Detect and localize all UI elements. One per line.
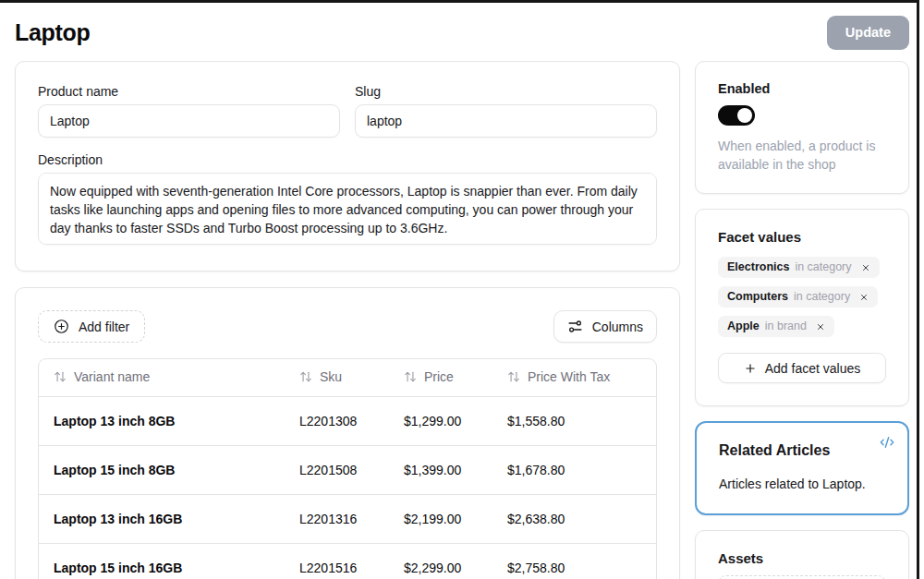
cell-sku: L2201508 [285, 445, 389, 494]
columns-button[interactable]: Columns [553, 310, 657, 343]
header-row: Variant name Sku [39, 359, 656, 396]
col-header-price: Price [389, 359, 492, 396]
page-layout: Product name Slug Description Now equipp… [15, 61, 909, 579]
related-articles-title: Related Articles [719, 442, 885, 459]
facet-chip-qualifier: in category [794, 290, 850, 304]
columns-label: Columns [592, 320, 643, 334]
variants-table: Variant name Sku [39, 359, 656, 579]
remove-facet-icon[interactable] [861, 263, 870, 272]
cell-price-with-tax: $1,678.80 [492, 445, 656, 494]
page-title: Laptop [15, 19, 91, 46]
page-header: Laptop Update [15, 0, 909, 61]
facet-chip-qualifier: in brand [765, 320, 807, 333]
col-label: Sku [320, 369, 342, 384]
cell-sku: L2201516 [285, 543, 389, 579]
product-name-field: Product name [38, 84, 340, 138]
sort-variant-name[interactable]: Variant name [54, 369, 150, 384]
table-row[interactable]: Laptop 13 inch 8GB L2201308 $1,299.00 $1… [39, 396, 656, 445]
facet-chip: Apple in brand [718, 316, 834, 337]
sort-price[interactable]: Price [404, 369, 454, 384]
col-header-sku: Sku [285, 359, 389, 396]
product-form-grid: Product name Slug Description Now equipp… [38, 84, 657, 248]
related-articles-body: Articles related to Laptop. [719, 476, 885, 491]
add-facet-values-button[interactable]: Add facet values [718, 353, 886, 383]
sort-arrows-icon [404, 370, 417, 383]
cell-price: $2,299.00 [389, 543, 492, 579]
enabled-toggle[interactable] [718, 105, 755, 126]
cell-price: $1,399.00 [389, 445, 492, 494]
assets-dropzone[interactable] [718, 575, 886, 579]
plus-icon [744, 362, 757, 375]
toggle-knob [737, 108, 752, 123]
remove-facet-icon[interactable] [816, 322, 825, 332]
facet-chip: Electronics in category [718, 257, 880, 278]
code-icon[interactable] [880, 435, 894, 450]
add-filter-button[interactable]: Add filter [38, 310, 145, 343]
product-name-input[interactable] [38, 104, 340, 138]
product-form-card: Product name Slug Description Now equipp… [15, 61, 680, 271]
cell-variant-name: Laptop 13 inch 8GB [39, 396, 285, 445]
assets-title: Assets [718, 550, 886, 566]
col-header-price-with-tax: Price With Tax [492, 359, 656, 396]
column-settings-icon [567, 319, 583, 334]
table-row[interactable]: Laptop 15 inch 16GB L2201516 $2,299.00 $… [39, 543, 656, 579]
col-header-variant-name: Variant name [39, 359, 285, 396]
variants-card: Add filter Columns [15, 287, 680, 579]
cell-price: $2,199.00 [389, 494, 492, 543]
variants-table-body: Laptop 13 inch 8GB L2201308 $1,299.00 $1… [39, 396, 656, 579]
add-facet-values-label: Add facet values [765, 361, 861, 376]
enabled-help-text: When enabled, a product is available in … [718, 137, 886, 174]
window-top-border [0, 0, 919, 3]
sort-sku[interactable]: Sku [299, 369, 342, 384]
facet-values-card: Facet values Electronics in category Com… [695, 209, 909, 406]
cell-variant-name: Laptop 13 inch 16GB [39, 494, 285, 543]
variants-toolbar: Add filter Columns [38, 310, 657, 343]
update-button[interactable]: Update [827, 16, 909, 50]
window-right-border [917, 0, 919, 579]
remove-facet-icon[interactable] [859, 293, 869, 302]
variants-table-wrapper: Variant name Sku [38, 358, 657, 579]
sort-arrows-icon [54, 370, 67, 383]
content-area: Laptop Update Product name Slug [0, 0, 909, 579]
related-articles-card: Related Articles Articles related to Lap… [695, 421, 909, 515]
add-filter-label: Add filter [79, 320, 129, 334]
enabled-card: Enabled When enabled, a product is avail… [695, 61, 909, 194]
product-detail-page: Laptop Update Product name Slug [0, 0, 924, 579]
slug-input[interactable] [355, 104, 657, 138]
variants-table-head: Variant name Sku [39, 359, 656, 396]
sidebar: Enabled When enabled, a product is avail… [695, 61, 909, 579]
table-row[interactable]: Laptop 15 inch 8GB L2201508 $1,399.00 $1… [39, 445, 656, 494]
facet-chip-qualifier: in category [795, 260, 851, 274]
facet-chip: Computers in category [718, 286, 878, 308]
cell-sku: L2201308 [285, 396, 389, 445]
facet-values-title: Facet values [718, 229, 886, 245]
sort-price-with-tax[interactable]: Price With Tax [507, 369, 610, 384]
circle-plus-icon [54, 319, 69, 334]
cell-sku: L2201316 [285, 494, 389, 543]
cell-price-with-tax: $2,638.80 [492, 494, 656, 543]
facet-chip-name: Computers [727, 290, 788, 304]
table-row[interactable]: Laptop 13 inch 16GB L2201316 $2,199.00 $… [39, 494, 656, 543]
cell-price-with-tax: $2,758.80 [492, 543, 656, 579]
cell-variant-name: Laptop 15 inch 16GB [39, 543, 285, 579]
cell-variant-name: Laptop 15 inch 8GB [39, 445, 285, 494]
slug-label: Slug [355, 84, 657, 99]
product-name-label: Product name [38, 84, 340, 99]
sort-arrows-icon [299, 370, 312, 383]
sort-arrows-icon [507, 370, 520, 383]
description-label: Description [38, 152, 657, 167]
slug-field: Slug [355, 84, 657, 138]
facet-chip-list: Electronics in category Computers in cat… [718, 257, 886, 337]
col-label: Price [424, 369, 454, 384]
enabled-title: Enabled [718, 81, 886, 96]
assets-card: Assets [695, 530, 909, 579]
description-field: Description Now equipped with seventh-ge… [38, 152, 657, 248]
facet-chip-name: Electronics [727, 260, 789, 274]
facet-chip-name: Apple [727, 320, 760, 333]
description-textarea[interactable]: Now equipped with seventh-generation Int… [38, 173, 657, 245]
col-label: Price With Tax [528, 369, 610, 384]
cell-price-with-tax: $1,558.80 [492, 396, 656, 445]
cell-price: $1,299.00 [389, 396, 492, 445]
main-column: Product name Slug Description Now equipp… [15, 61, 680, 579]
col-label: Variant name [74, 369, 150, 384]
